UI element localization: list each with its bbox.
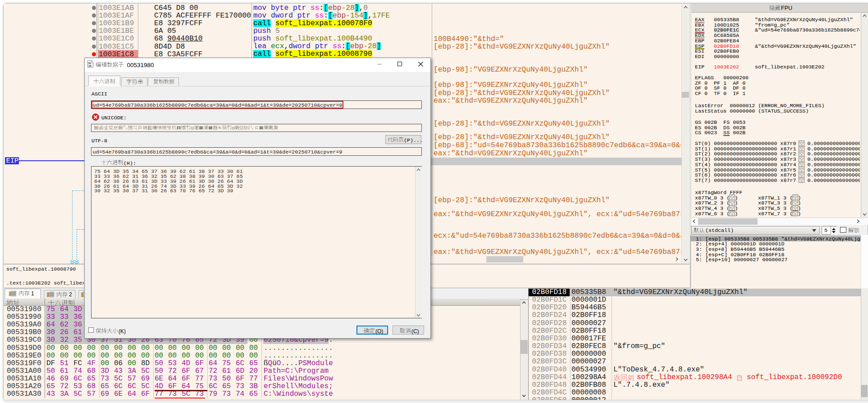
svg-text:10: 10 xyxy=(88,64,91,67)
